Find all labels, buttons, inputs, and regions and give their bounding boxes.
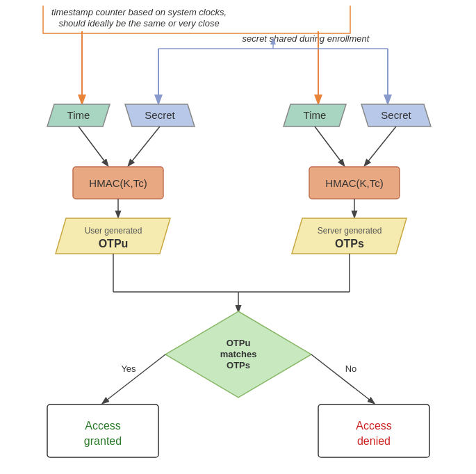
- totp-flow-diagram: timestamp counter based on system clocks…: [0, 0, 476, 474]
- decision-label-line3: OTPs: [227, 360, 250, 370]
- otpu-label-line2: OTPu: [99, 238, 129, 250]
- timestamp-annotation-2: should ideally be the same or very close: [58, 18, 219, 28]
- otpu-label-line1: User generated: [85, 226, 142, 236]
- otps-label-line2: OTPs: [335, 238, 364, 250]
- hmac-right-label: HMAC(K,Tc): [325, 177, 383, 189]
- time-left-to-hmac-arrow: [79, 126, 108, 165]
- otps-label-line1: Server generated: [318, 226, 382, 236]
- timestamp-annotation: timestamp counter based on system clocks…: [51, 7, 227, 17]
- yes-arrow: [103, 354, 165, 403]
- access-denied-label-line1: Access: [356, 420, 392, 432]
- secret-right-label: Secret: [381, 109, 411, 121]
- secret-left-label: Secret: [145, 109, 175, 121]
- decision-label-line1: OTPu: [227, 338, 251, 348]
- time-right-label: Time: [304, 109, 327, 121]
- secret-right-to-hmac-arrow: [365, 126, 396, 165]
- decision-label-line2: matches: [220, 349, 257, 359]
- time-right-to-hmac-arrow: [315, 126, 344, 165]
- access-denied-label-line2: denied: [357, 435, 391, 447]
- yes-label: Yes: [121, 363, 136, 374]
- no-arrow: [311, 354, 374, 403]
- access-granted-label-line1: Access: [85, 420, 121, 432]
- timestamp-bracket-end: [318, 6, 350, 33]
- secret-left-to-hmac-arrow: [129, 126, 160, 165]
- hmac-left-label: HMAC(K,Tc): [89, 177, 147, 189]
- no-label: No: [345, 363, 357, 374]
- time-left-label: Time: [67, 109, 90, 121]
- access-granted-label-line2: granted: [84, 435, 122, 447]
- secret-annotation: secret shared during enrollment: [243, 33, 370, 44]
